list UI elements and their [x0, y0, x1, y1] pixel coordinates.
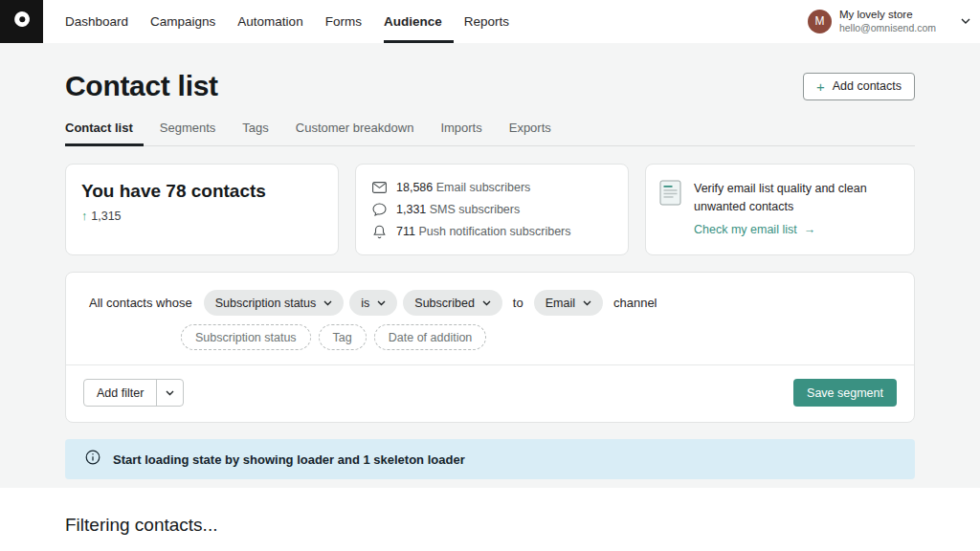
filter-field-dropdown[interactable]: Subscription status — [204, 290, 345, 316]
filter-value-value: Subscribed — [414, 297, 475, 310]
omnisend-logo-icon — [11, 10, 33, 34]
filtering-status-text: Filtering contacts... — [65, 515, 980, 536]
page-header: Contact list + Add contacts — [65, 43, 915, 102]
content-area: Contact list + Add contacts Contact list… — [0, 43, 980, 488]
add-contacts-button[interactable]: + Add contacts — [803, 73, 915, 100]
chevron-down-icon — [482, 300, 491, 306]
filter-intro-label: All contacts whose — [89, 296, 192, 310]
nav-item-dashboard[interactable]: Dashboard — [65, 0, 128, 43]
verify-text: Verify email list quality and clean unwa… — [694, 180, 890, 217]
subscribers-card: 18,586 Email subscribers 1,331 SMS subsc… — [355, 164, 629, 255]
filter-rule-row: All contacts whose Subscription status i… — [89, 290, 891, 316]
chevron-down-icon — [323, 300, 332, 306]
summary-cards: You have 78 contacts ↑ 1,315 18,586 Emai… — [65, 164, 915, 255]
tab-bar: Contact list Segments Tags Customer brea… — [65, 114, 915, 146]
nav-item-forms[interactable]: Forms — [325, 0, 362, 43]
add-filter-chevron-button[interactable] — [156, 380, 183, 406]
check-email-list-link[interactable]: Check my email list → — [694, 223, 890, 236]
chevron-down-icon — [583, 300, 591, 306]
push-subscribers-row: 711 Push notification subscribers — [371, 221, 612, 242]
suggested-filter-subscription-status[interactable]: Subscription status — [181, 324, 311, 350]
verify-email-card: Verify email list quality and clean unwa… — [645, 164, 915, 255]
save-segment-button[interactable]: Save segment — [793, 379, 897, 407]
suggested-filters-row: Subscription status Tag Date of addition — [181, 324, 891, 350]
suggested-filter-date-of-addition[interactable]: Date of addition — [374, 324, 487, 350]
store-email: hello@omnisend.com — [839, 22, 936, 35]
filter-channel-dropdown[interactable]: Email — [534, 290, 603, 316]
sms-subscribers-label: SMS subscribers — [430, 203, 520, 216]
omnisend-logo[interactable] — [0, 0, 43, 43]
nav-item-campaigns[interactable]: Campaigns — [150, 0, 215, 43]
chat-bubble-icon — [371, 203, 388, 216]
filter-field-value: Subscription status — [215, 297, 317, 310]
sms-subscribers-count: 1,331 — [396, 203, 426, 216]
email-subscribers-row: 18,586 Email subscribers — [371, 177, 612, 198]
sms-subscribers-row: 1,331 SMS subscribers — [371, 199, 612, 220]
contacts-count-card: You have 78 contacts ↑ 1,315 — [65, 164, 339, 255]
info-icon — [85, 450, 100, 469]
tab-segments[interactable]: Segments — [160, 114, 216, 145]
check-email-list-label: Check my email list — [694, 223, 797, 236]
footer-area: Filtering contacts... — [0, 488, 980, 536]
tab-imports[interactable]: Imports — [440, 114, 481, 145]
verify-list-icon — [659, 180, 681, 239]
email-subscribers-count: 18,586 — [396, 181, 433, 194]
top-navbar: Dashboard Campaigns Automation Forms Aud… — [0, 0, 980, 43]
plus-icon: + — [816, 79, 825, 94]
filter-actions-row: Add filter Save segment — [66, 365, 914, 422]
tab-customer-breakdown[interactable]: Customer breakdown — [296, 114, 414, 145]
segment-filter-card: All contacts whose Subscription status i… — [65, 272, 915, 423]
contacts-growth: ↑ 1,315 — [81, 209, 323, 223]
nav-item-reports[interactable]: Reports — [464, 0, 509, 43]
push-subscribers-count: 711 — [396, 225, 415, 238]
avatar: M — [808, 10, 832, 33]
chevron-down-icon[interactable] — [961, 18, 970, 24]
filter-channel-value: Email — [546, 297, 575, 310]
chevron-down-icon — [166, 390, 174, 396]
add-filter-split-button: Add filter — [83, 379, 184, 407]
main-nav: Dashboard Campaigns Automation Forms Aud… — [65, 0, 509, 43]
store-name: My lovely store — [839, 8, 936, 22]
bell-icon — [371, 225, 388, 239]
contacts-heading: You have 78 contacts — [81, 181, 323, 202]
suggested-filter-tag[interactable]: Tag — [319, 324, 367, 350]
filter-value-dropdown[interactable]: Subscribed — [403, 290, 502, 316]
nav-item-automation[interactable]: Automation — [237, 0, 302, 43]
push-subscribers-label: Push notification subscribers — [418, 225, 570, 238]
banner-message: Start loading state by showing loader an… — [113, 452, 465, 467]
tab-exports[interactable]: Exports — [509, 114, 551, 145]
envelope-icon — [371, 182, 388, 193]
arrow-up-icon: ↑ — [81, 209, 87, 223]
account-info: My lovely store hello@omnisend.com — [839, 8, 936, 35]
filter-channel-suffix-label: channel — [609, 296, 662, 310]
add-filter-button[interactable]: Add filter — [84, 380, 156, 406]
filter-operator-dropdown[interactable]: is — [349, 290, 397, 316]
info-banner: Start loading state by showing loader an… — [65, 439, 915, 479]
filter-operator-value: is — [361, 297, 369, 310]
tab-contact-list[interactable]: Contact list — [65, 114, 133, 145]
nav-item-audience[interactable]: Audience — [384, 0, 442, 43]
filter-to-label: to — [508, 296, 528, 310]
email-subscribers-label: Email subscribers — [436, 181, 531, 194]
account-menu[interactable]: M My lovely store hello@omnisend.com — [808, 8, 980, 35]
page-title: Contact list — [65, 70, 218, 102]
arrow-right-icon: → — [804, 223, 816, 236]
chevron-down-icon — [377, 300, 386, 306]
tab-tags[interactable]: Tags — [242, 114, 268, 145]
add-contacts-label: Add contacts — [833, 79, 902, 93]
growth-value: 1,315 — [91, 209, 121, 223]
